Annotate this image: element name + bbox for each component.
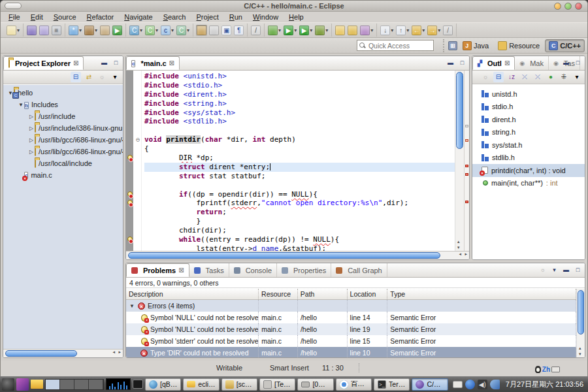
screenshot-applet-icon[interactable] (133, 380, 143, 389)
tree-item[interactable]: ▼hIncludes (3, 99, 123, 110)
mark-occurrences-icon[interactable]: ▣ (221, 25, 232, 36)
tab-properties[interactable]: Properties (277, 263, 331, 277)
perspective-cc[interactable]: CC/C++ (545, 39, 585, 52)
collapsed-arrow-icon[interactable]: ▷ (28, 149, 35, 155)
problems-group-row[interactable]: ▼✕Errors (4 items) (126, 300, 576, 312)
new-cpp-class-icon[interactable]: C▾ (144, 25, 159, 36)
code-line[interactable]: DIR *dp; (126, 154, 455, 163)
run-last-icon[interactable]: ▶ (112, 25, 123, 36)
open-resource-icon[interactable] (335, 25, 346, 36)
workspace-2[interactable] (60, 380, 74, 389)
run-external-icon[interactable]: ▶▾ (299, 25, 313, 36)
dropdown-arrow-icon[interactable]: ▾ (325, 27, 328, 33)
sort-icon[interactable]: ↓z (506, 72, 517, 82)
close-icon[interactable]: ⊠ (73, 59, 78, 67)
taskbar-window-scan[interactable]: [scan_D... (221, 378, 257, 391)
code-line[interactable]: #include <stdio.h> (126, 81, 455, 90)
menu-run[interactable]: Run (225, 12, 247, 22)
dropdown-arrow-icon[interactable]: ▾ (422, 27, 425, 33)
view-menu-icon[interactable]: ▾ (572, 72, 582, 82)
collapsed-arrow-icon[interactable]: ▷ (28, 114, 35, 120)
tree-item[interactable]: ▷/usr/lib/gcc/i686-linux-gnu/4.7/ (3, 146, 123, 157)
outline-item[interactable]: stdlib.h (472, 152, 585, 165)
menu-project[interactable]: Project (192, 12, 223, 22)
file-manager-icon[interactable] (31, 380, 43, 389)
link-with-editor-icon[interactable]: ⇄ (84, 72, 94, 82)
overview-ruler[interactable] (464, 71, 469, 251)
taskbar-window-eclipse[interactable]: C/C++ - ... (412, 378, 448, 391)
focus-icon[interactable]: ☼ (97, 72, 107, 82)
menu-help[interactable]: Help (284, 12, 308, 22)
input-method-indicator[interactable]: Zh (535, 366, 560, 373)
code-line[interactable]: chdir(dir); (126, 226, 455, 235)
dropdown-arrow-icon[interactable]: ▾ (171, 27, 174, 33)
error-marker-icon[interactable] (127, 155, 133, 161)
column-header-type[interactable]: Type (387, 289, 576, 299)
tree-item[interactable]: /usr/local/include (3, 157, 123, 169)
filter-icon[interactable]: ☼ (538, 265, 547, 275)
gnome-menu-icon[interactable] (2, 378, 14, 391)
editor-vscrollbar[interactable]: ▴▾ (455, 71, 464, 251)
minimize-view-icon[interactable]: ▬ (561, 58, 571, 68)
editor-hscrollbar[interactable]: ◂▸ (126, 251, 469, 259)
code-line[interactable]: #include <dirent.h> (126, 90, 455, 99)
volume-icon[interactable]: ◀) (478, 380, 487, 389)
rebuild-index-icon[interactable]: C▾ (176, 25, 190, 36)
menu-window[interactable]: Window (248, 12, 283, 22)
code-line[interactable]: struct stat statbuf; (126, 172, 455, 181)
fcitx-icon[interactable] (465, 380, 475, 389)
column-header-description[interactable]: Description (126, 289, 259, 299)
problems-vscrollbar[interactable]: ▴▾ (576, 289, 585, 357)
dropdown-arrow-icon[interactable]: ▾ (310, 27, 312, 33)
tab-mak[interactable]: ◉Mak (515, 56, 549, 70)
problem-row[interactable]: Symbol 'NULL' could not be resolvedmain.… (126, 323, 576, 335)
tab-main-c[interactable]: c *main.c ⊠ (126, 56, 180, 70)
hide-static-icon[interactable]: ⤫ (532, 72, 543, 82)
minimize-view-icon[interactable]: ▬ (561, 265, 571, 275)
code-line[interactable]: if((dp = opendir(dir)) == NULL){ (126, 190, 455, 199)
tab-call-graph[interactable]: Call Graph (331, 263, 387, 277)
outline-item[interactable]: main(int, char**) : int (472, 177, 585, 190)
column-header-location[interactable]: Location (348, 289, 388, 299)
tree-item[interactable]: ▷/usr/lib/gcc/i686-linux-gnu/4.7/ (3, 134, 123, 146)
minimize-button[interactable] (554, 3, 561, 10)
dropdown-arrow-icon[interactable]: ▾ (294, 27, 297, 33)
tree-item[interactable]: cmain.c (3, 169, 123, 181)
menu-navigate[interactable]: Navigate (120, 12, 157, 22)
code-line[interactable] (126, 181, 455, 190)
dropdown-arrow-icon[interactable]: ▾ (187, 27, 189, 33)
code-line[interactable] (126, 126, 455, 135)
dropdown-arrow-icon[interactable]: ▾ (79, 27, 82, 33)
new-c-file-icon[interactable]: c▾ (160, 25, 174, 36)
expanded-arrow-icon[interactable]: ▼ (18, 102, 24, 108)
code-line[interactable]: while((entry = readdir(dp)) != NULL){ (126, 235, 455, 244)
taskbar-window-terminal[interactable]: >_Terminal (374, 378, 410, 391)
save-icon[interactable] (26, 25, 37, 36)
build-project-icon[interactable]: ▾ (84, 25, 98, 36)
menu-search[interactable]: Search (159, 12, 191, 22)
title-bar[interactable]: C/C++ - hello/main.c - Eclipse (1, 1, 587, 12)
filter-icon[interactable]: ⁜ (559, 72, 569, 82)
code-line[interactable]: fprintf(stderr,"cannot open directory:%s… (126, 199, 455, 208)
code-line[interactable]: #include <stdlib.h> (126, 117, 455, 126)
dropdown-arrow-icon[interactable]: ▾ (278, 27, 281, 33)
fold-collapse-icon[interactable]: ⊖ (134, 135, 142, 144)
workspace-switcher[interactable] (45, 379, 104, 390)
problem-row[interactable]: ✕Type 'DIR' could not be resolvedmain.c/… (126, 347, 576, 358)
code-line[interactable]: } (126, 217, 455, 226)
pin-editor-icon[interactable]: / (250, 25, 261, 36)
taskbar-window-drive[interactable]: [0DCB-0... (297, 378, 333, 391)
open-perspective-icon[interactable]: ⊞ (448, 41, 457, 50)
outline-item[interactable]: unistd.h (472, 88, 585, 101)
code-line[interactable]: #include <unistd.h> (126, 72, 455, 81)
problem-row[interactable]: Symbol 'NULL' could not be resolvedmain.… (126, 312, 576, 323)
minimize-view-icon[interactable]: ▬ (99, 58, 109, 68)
dropdown-arrow-icon[interactable]: ▾ (95, 27, 97, 33)
expanded-arrow-icon[interactable]: ▼ (129, 303, 135, 309)
workspace-1[interactable] (46, 380, 60, 389)
quick-access[interactable] (357, 40, 434, 51)
dropdown-arrow-icon[interactable]: ▾ (438, 27, 440, 33)
tree-item[interactable]: ▷/usr/include/i386-linux-gnu (3, 122, 123, 134)
next-annotation-icon[interactable]: ↓▾ (380, 25, 394, 36)
code-editor[interactable]: #include <unistd.h>#include <stdio.h>#in… (126, 71, 469, 251)
